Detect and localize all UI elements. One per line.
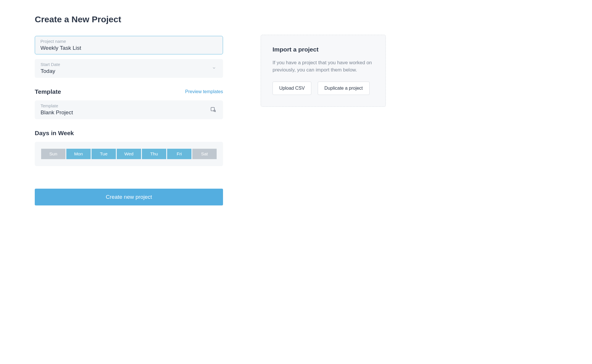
days-section-title: Days in Week bbox=[35, 130, 74, 137]
create-project-button[interactable]: Create new project bbox=[35, 189, 223, 205]
days-section-header: Days in Week bbox=[35, 130, 223, 137]
start-date-label: Start Date bbox=[41, 62, 217, 67]
start-date-value: Today bbox=[41, 68, 217, 74]
project-name-field[interactable]: Project name bbox=[35, 36, 223, 54]
import-panel-title: Import a project bbox=[273, 46, 374, 53]
svg-line-2 bbox=[215, 111, 216, 112]
browse-templates-icon[interactable] bbox=[210, 106, 216, 113]
day-toggle-tue[interactable]: Tue bbox=[92, 149, 116, 159]
template-section-title: Template bbox=[35, 88, 61, 95]
main-form-column: Create a New Project Project name Start … bbox=[35, 14, 223, 205]
import-panel-description: If you have a project that you have work… bbox=[273, 59, 374, 73]
days-row: Sun Mon Tue Wed Thu Fri Sat bbox=[41, 149, 217, 159]
day-toggle-sat[interactable]: Sat bbox=[192, 149, 217, 159]
import-panel: Import a project If you have a project t… bbox=[261, 35, 386, 107]
duplicate-project-button[interactable]: Duplicate a project bbox=[318, 82, 370, 95]
days-container: Sun Mon Tue Wed Thu Fri Sat bbox=[35, 142, 223, 166]
preview-templates-link[interactable]: Preview templates bbox=[185, 89, 223, 94]
day-toggle-mon[interactable]: Mon bbox=[66, 149, 91, 159]
day-toggle-fri[interactable]: Fri bbox=[167, 149, 191, 159]
template-value: Blank Project bbox=[41, 109, 217, 116]
template-field-label: Template bbox=[41, 103, 217, 108]
day-toggle-wed[interactable]: Wed bbox=[117, 149, 141, 159]
project-name-label: Project name bbox=[41, 39, 218, 44]
upload-csv-button[interactable]: Upload CSV bbox=[273, 82, 311, 95]
day-toggle-sun[interactable]: Sun bbox=[41, 149, 65, 159]
template-section-header: Template Preview templates bbox=[35, 88, 223, 95]
day-toggle-thu[interactable]: Thu bbox=[142, 149, 166, 159]
import-buttons-row: Upload CSV Duplicate a project bbox=[273, 82, 374, 95]
template-field[interactable]: Template Blank Project bbox=[35, 100, 223, 119]
start-date-field[interactable]: Start Date Today bbox=[35, 59, 223, 78]
chevron-down-icon bbox=[212, 66, 216, 71]
page-title: Create a New Project bbox=[35, 14, 223, 24]
project-name-input[interactable] bbox=[41, 45, 218, 51]
import-panel-column: Import a project If you have a project t… bbox=[261, 35, 386, 205]
